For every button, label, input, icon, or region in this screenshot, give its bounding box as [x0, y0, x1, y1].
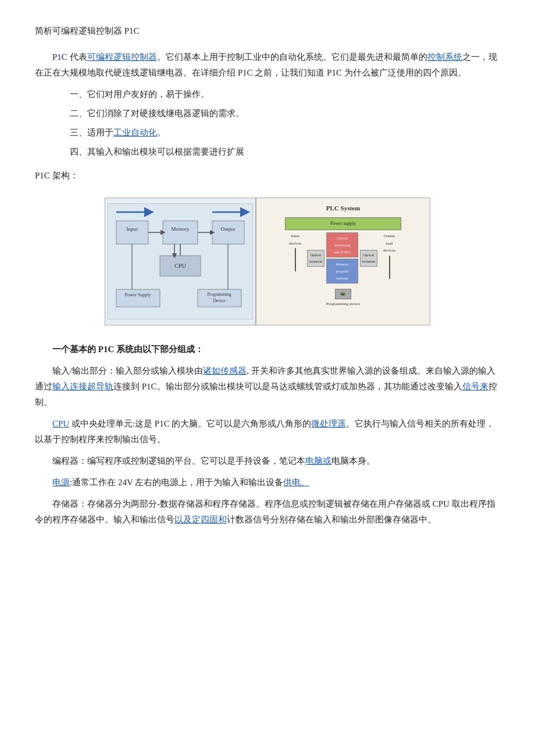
- page-title: 简析可编程逻辑控制器 P1C: [35, 23, 500, 39]
- svg-text:CPU: CPU: [174, 263, 186, 269]
- svg-text:Device: Device: [213, 298, 226, 303]
- link-programmable[interactable]: 可编程逻辑: [87, 52, 131, 62]
- svg-rect-3: [163, 221, 198, 244]
- basic-system-heading: 一个基本的 P1C 系统由以下部分组成：: [52, 342, 500, 357]
- plc-prog-device: 📟 Programming device: [326, 289, 361, 308]
- list-item-1: 一、它们对用户友好的，易于操作。: [70, 87, 500, 102]
- link-industrial-automation[interactable]: 工业自动化: [113, 128, 157, 137]
- svg-text:Power Supply: Power Supply: [124, 292, 151, 298]
- link-signal[interactable]: 信号来: [462, 382, 488, 391]
- left-diagram: Input Memory Output CPU Power Supply Pro…: [105, 198, 256, 325]
- plc-cpu-mem: Centralprocessingunit (CPU) Memoryprogra…: [326, 232, 358, 284]
- svg-text:Input: Input: [127, 226, 138, 232]
- right-diagram: PLC System Power supply Inputdevices Opt…: [256, 198, 430, 325]
- left-diagram-svg: Input Memory Output CPU Power Supply Pro…: [108, 203, 253, 320]
- programmer-paragraph: 编程器：编写程序或控制逻辑的平台。它可以是手持设备，笔记本电脑或电脑本身。: [35, 453, 500, 469]
- link-controller[interactable]: 控制器: [131, 52, 157, 62]
- storage-paragraph: 存储器：存储器分为两部分-数据存储器和程序存储器。程序信息或控制逻辑被存储在用户…: [35, 496, 500, 528]
- list-item-2: 二、它们消除了对硬接线继电器逻辑的需求。: [70, 106, 500, 121]
- link-power-supply2[interactable]: 供电。: [283, 478, 309, 487]
- list-item-3: 三、适用于工业自动化。: [70, 125, 500, 141]
- io-paragraph: 输入/输出部分：输入部分或输入模块由诸如传感器, 开关和许多其他真实世界输入源的…: [35, 363, 500, 410]
- link-power-supply[interactable]: 电源: [52, 478, 70, 487]
- plc-input-col: Inputdevices: [285, 232, 305, 284]
- svg-text:Memory: Memory: [172, 226, 190, 232]
- plc-output-col: Outputloaddevices: [379, 232, 400, 284]
- link-computer[interactable]: 电脑或: [305, 456, 331, 465]
- link-microprocessor[interactable]: 微处理遥: [311, 419, 346, 428]
- svg-text:Programming: Programming: [207, 292, 231, 297]
- plc-system-content: PLC System Power supply Inputdevices Opt…: [262, 203, 424, 320]
- list-item-4: 四、其输入和输出模块可以根据需要进行扩展: [70, 144, 500, 160]
- plc-optical-right: Opticalisolation: [360, 250, 377, 267]
- svg-rect-1: [116, 221, 148, 244]
- link-cpu[interactable]: CPU: [52, 419, 69, 428]
- svg-rect-5: [212, 221, 244, 244]
- power-paragraph: 电源:通常工作在 24V 左右的电源上，用于为输入和输出设备供电。: [35, 475, 500, 490]
- diagram-container: Input Memory Output CPU Power Supply Pro…: [35, 198, 500, 325]
- svg-text:Output: Output: [220, 226, 236, 232]
- cpu-paragraph: CPU 或中央处理单元:这是 P1C 的大脑。它可以是六角形或八角形的微处理遥。…: [35, 416, 500, 447]
- plc-optical-left: Opticalisolation: [307, 250, 324, 267]
- plc-power-supply: Power supply: [285, 217, 401, 230]
- link-sensors[interactable]: 诸如传感器: [203, 366, 247, 375]
- intro-paragraph: P1C 代表可编程逻辑控制器。它们基本上用于控制工业中的自动化系统。它们是最先进…: [35, 49, 500, 81]
- plc-system-label: PLC System: [326, 203, 360, 214]
- plc-modules-row: Inputdevices Opticalisolation Centralpro…: [285, 232, 401, 284]
- link-input-rail[interactable]: 输入连接超导轨: [52, 382, 113, 391]
- link-storage-counter[interactable]: 以及定四固和: [174, 515, 227, 524]
- link-control-system[interactable]: 控制系统: [427, 52, 462, 62]
- p1c-label: P1C: [52, 52, 67, 62]
- architecture-label: P1C 架构：: [35, 168, 500, 184]
